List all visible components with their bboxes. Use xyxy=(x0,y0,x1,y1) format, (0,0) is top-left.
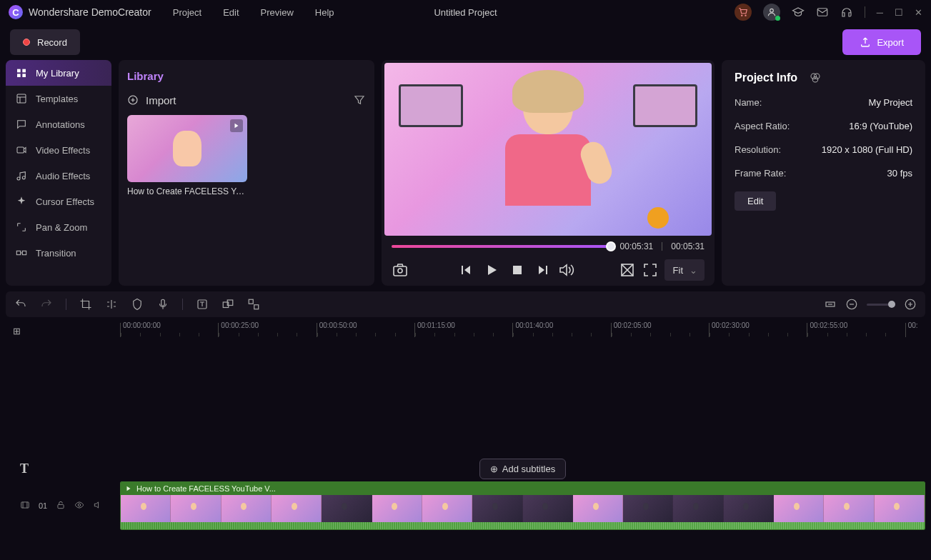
import-button[interactable]: Import xyxy=(127,94,176,106)
library-icon xyxy=(16,67,27,79)
next-frame-button[interactable] xyxy=(534,261,552,279)
menu-preview[interactable]: Preview xyxy=(261,7,294,18)
export-button[interactable]: Export xyxy=(842,29,921,55)
lock-track-button[interactable] xyxy=(56,500,66,512)
menu-help[interactable]: Help xyxy=(315,7,334,18)
current-time: 00:05:31 xyxy=(620,241,654,251)
templates-icon xyxy=(16,93,27,104)
text-button[interactable] xyxy=(196,298,209,311)
svg-rect-11 xyxy=(22,251,26,254)
cart-icon[interactable] xyxy=(735,4,752,21)
project-title: Untitled Project xyxy=(434,7,497,18)
svg-rect-24 xyxy=(249,299,253,304)
sidebar-item-templates[interactable]: Templates xyxy=(6,86,111,111)
volume-button[interactable] xyxy=(557,261,574,279)
crop-button[interactable] xyxy=(79,298,92,311)
scrub-track[interactable] xyxy=(392,245,612,248)
svg-rect-7 xyxy=(22,74,26,77)
cursor-effects-icon xyxy=(16,196,27,207)
sidebar-item-annotations[interactable]: Annotations xyxy=(6,111,111,137)
svg-rect-15 xyxy=(513,266,522,274)
library-header: Library xyxy=(127,67,366,89)
framerate-label: Frame Rate: xyxy=(735,168,786,179)
svg-rect-29 xyxy=(21,501,29,507)
snapshot-button[interactable] xyxy=(392,261,409,279)
svg-point-1 xyxy=(745,15,746,16)
sidebar-item-transition[interactable]: Transition xyxy=(6,240,111,266)
timeline-tracks: T ⊕ Add subtitles 01 How to Create FACEL… xyxy=(6,344,925,530)
prev-frame-button[interactable] xyxy=(457,261,474,279)
timeline-toolbar xyxy=(6,291,925,317)
text-track-icon: T xyxy=(20,461,29,476)
scrubber[interactable]: 00:05:31 00:05:31 xyxy=(382,239,715,254)
minimize-button[interactable]: ─ xyxy=(877,7,883,18)
play-overlay-icon xyxy=(230,119,243,132)
mute-track-button[interactable] xyxy=(93,500,103,512)
marker-button[interactable] xyxy=(131,298,144,311)
sidebar-item-my-library[interactable]: My Library xyxy=(6,60,111,86)
record-button[interactable]: Record xyxy=(10,29,80,55)
sidebar-item-audio-effects[interactable]: Audio Effects xyxy=(6,163,111,189)
edit-button[interactable]: Edit xyxy=(735,191,776,211)
record-label: Record xyxy=(37,37,67,48)
svg-point-14 xyxy=(398,269,402,273)
fullscreen-button[interactable] xyxy=(642,261,659,279)
video-clip[interactable]: How to Create FACELESS YouTube V... xyxy=(120,481,925,530)
headset-icon[interactable] xyxy=(840,6,853,19)
menu-edit[interactable]: Edit xyxy=(223,7,239,18)
mail-icon[interactable] xyxy=(816,6,829,19)
split-button[interactable] xyxy=(105,298,118,311)
academy-icon[interactable] xyxy=(792,6,805,19)
preview-panel: 00:05:31 00:05:31 Fit xyxy=(382,60,715,286)
add-track-button[interactable]: ⊞ xyxy=(13,326,21,336)
resolution-label: Resolution: xyxy=(735,144,781,155)
plus-icon: ⊕ xyxy=(490,464,498,474)
total-time: 00:05:31 xyxy=(671,241,705,251)
sidebar-item-video-effects[interactable]: Video Effects xyxy=(6,137,111,163)
fit-select[interactable]: Fit xyxy=(664,259,705,281)
play-button[interactable] xyxy=(483,261,500,279)
sidebar-label: Pan & Zoom xyxy=(36,222,87,233)
filter-icon[interactable] xyxy=(353,94,366,106)
zoom-slider[interactable] xyxy=(867,304,895,306)
svg-rect-6 xyxy=(17,74,21,77)
clip-title: How to Create FACELESS YouTube V... xyxy=(136,484,276,493)
color-icon[interactable] xyxy=(809,71,822,84)
video-preview[interactable] xyxy=(384,63,712,236)
record-dot-icon xyxy=(23,39,30,46)
svg-rect-4 xyxy=(17,69,21,73)
sidebar-item-cursor-effects[interactable]: Cursor Effects xyxy=(6,189,111,214)
voiceover-button[interactable] xyxy=(156,298,169,311)
transition-icon xyxy=(16,247,27,259)
fit-timeline-button[interactable] xyxy=(824,298,837,311)
ungroup-button[interactable] xyxy=(247,298,260,311)
visibility-track-button[interactable] xyxy=(74,500,84,512)
app-logo-icon: C xyxy=(9,5,23,19)
sidebar-label: Audio Effects xyxy=(36,171,90,181)
thumbnail-image xyxy=(127,115,247,182)
add-subtitles-button[interactable]: ⊕ Add subtitles xyxy=(479,459,566,479)
subtitle-track: T ⊕ Add subtitles xyxy=(6,456,925,481)
maximize-button[interactable]: ☐ xyxy=(895,7,903,18)
empty-track-area[interactable] xyxy=(6,344,925,456)
close-button[interactable]: ✕ xyxy=(915,7,922,18)
redo-button[interactable] xyxy=(40,298,53,311)
toolbar: Record Export xyxy=(0,24,931,60)
svg-point-0 xyxy=(741,15,742,16)
scrub-handle[interactable] xyxy=(606,241,616,251)
safe-zone-button[interactable] xyxy=(619,261,636,279)
zoom-out-button[interactable] xyxy=(845,298,858,311)
svg-rect-20 xyxy=(161,299,165,306)
user-icon[interactable] xyxy=(763,4,780,21)
menu-project[interactable]: Project xyxy=(173,7,201,18)
media-thumbnail[interactable]: How to Create FACELESS YouT... xyxy=(127,115,247,196)
name-label: Name: xyxy=(735,97,762,108)
group-button[interactable] xyxy=(221,298,234,311)
timeline-ruler[interactable]: ⊞ 00:00:00:00 00:00:25:00 00:00:50:00 00… xyxy=(6,323,925,344)
sidebar-item-pan-zoom[interactable]: Pan & Zoom xyxy=(6,214,111,240)
stop-button[interactable] xyxy=(509,261,526,279)
svg-rect-13 xyxy=(394,266,407,276)
undo-button[interactable] xyxy=(14,298,27,311)
svg-point-31 xyxy=(79,504,81,506)
zoom-in-button[interactable] xyxy=(904,298,917,311)
